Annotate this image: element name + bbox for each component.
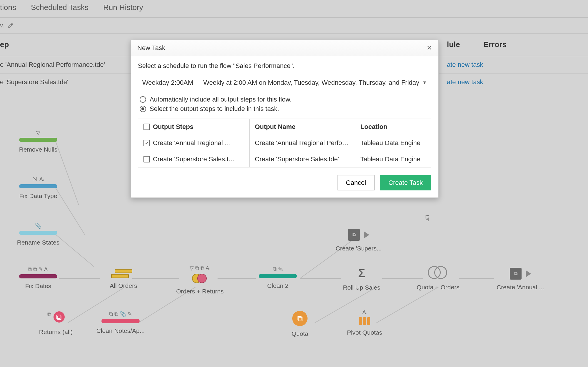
- node-label: Orders + Returns: [176, 288, 224, 295]
- node-label: Quota + Orders: [417, 284, 459, 291]
- node-label: Rename States: [17, 239, 60, 246]
- node-rename-states[interactable]: 📎 Rename States: [12, 222, 65, 246]
- edit-icon[interactable]: [8, 23, 14, 29]
- modal-instruction: Select a schedule to run the flow "Sales…: [138, 62, 431, 70]
- col-errors: Errors: [460, 40, 519, 49]
- node-clean-notes[interactable]: ⧉ ⧉ 📎 ✎ Clean Notes/Ap...: [94, 311, 147, 334]
- modal-footer: Cancel Create Task: [131, 175, 438, 197]
- glyph-icon: ⧉ ✎: [273, 266, 283, 272]
- subheader: v.: [0, 18, 588, 34]
- glyph-icon: ⧉ ⧉ ✎ Aᵢ: [28, 266, 49, 273]
- node-remove-nulls[interactable]: ▽ Remove Nulls: [12, 129, 65, 153]
- output-steps-table: Output Steps Output Name Location Create…: [138, 119, 431, 167]
- node-create-annual[interactable]: ⧉ Create 'Annual ...: [494, 268, 547, 291]
- col-output-steps: Output Steps: [153, 123, 193, 131]
- node-label: All Orders: [110, 282, 137, 289]
- node-bar: [259, 274, 297, 278]
- sigma-icon: Σ: [358, 267, 365, 280]
- node-returns-all[interactable]: ⧉ ⧉ Returns (all): [29, 311, 82, 336]
- node-bar: [19, 231, 57, 235]
- cancel-button[interactable]: Cancel: [338, 175, 375, 190]
- node-bar: [19, 274, 57, 278]
- row-location: Tableau Data Engine: [355, 135, 431, 151]
- glyph-icon: ⧉ ⧉ 📎 ✎: [109, 311, 132, 317]
- node-label: Quota: [291, 330, 308, 337]
- row-checkbox[interactable]: [143, 156, 150, 162]
- node-clean2[interactable]: ⧉ ✎ Clean 2: [251, 266, 304, 289]
- row-location: Tableau Data Engine: [355, 151, 431, 167]
- resize-icon: ⇲: [33, 176, 37, 182]
- node-pivot-quotas[interactable]: Aᵢ Pivot Quotas: [338, 309, 391, 336]
- modal-header: New Task ✕: [131, 40, 438, 56]
- radio-include-all[interactable]: Automatically include all output steps f…: [140, 96, 431, 103]
- node-label: Create 'Supers...: [336, 245, 382, 252]
- node-orders-returns[interactable]: ▽ ⧉ ⧉ Aᵢ Orders + Returns: [173, 265, 226, 295]
- output-icon: ⧉: [348, 229, 360, 241]
- node-label: Create 'Annual ...: [497, 284, 544, 291]
- node-label: Remove Nulls: [19, 146, 58, 153]
- node-all-orders[interactable]: All Orders: [97, 269, 150, 289]
- node-bar: [19, 184, 57, 188]
- node-create-supers[interactable]: ⧉ Create 'Supers...: [332, 229, 385, 252]
- node-quota-orders[interactable]: Quota + Orders: [412, 266, 465, 291]
- table-row: Create 'Annual Regional Perf… Create 'An…: [138, 135, 431, 151]
- col-location: Location: [355, 119, 431, 135]
- node-roll-up-sales[interactable]: Σ Roll Up Sales: [335, 267, 388, 291]
- node-label: Returns (all): [39, 328, 73, 336]
- create-task-button[interactable]: Create Task: [380, 175, 431, 190]
- col-output-name: Output Name: [249, 119, 355, 135]
- venn-icon: [428, 266, 448, 280]
- chevron-down-icon: ▼: [422, 80, 427, 85]
- node-label: Clean 2: [267, 282, 288, 289]
- col-step: ep: [0, 40, 126, 49]
- modal-body: Select a schedule to run the flow "Sales…: [131, 56, 438, 175]
- radio-icon: [140, 96, 146, 103]
- row-step: Create 'Superstore Sales.tde': [153, 155, 235, 163]
- row-checkbox[interactable]: [143, 140, 150, 146]
- node-fix-data-type[interactable]: ⇲Aᵢ Fix Data Type: [12, 176, 65, 200]
- glyph-icon: ⧉: [47, 311, 51, 323]
- tab-scheduled-tasks[interactable]: Scheduled Tasks: [31, 3, 88, 12]
- node-quota[interactable]: ⧉ Quota: [273, 311, 326, 337]
- attachment-icon: 📎: [35, 222, 41, 229]
- new-task-modal: New Task ✕ Select a schedule to run the …: [131, 40, 439, 198]
- node-bar: [19, 138, 57, 142]
- tab-run-history[interactable]: Run History: [103, 3, 143, 12]
- row-step: e 'Superstore Sales.tde': [0, 78, 126, 86]
- row-name: Create 'Annual Regional Perfo…: [255, 139, 349, 147]
- top-tabs: tions Scheduled Tasks Run History: [0, 0, 588, 18]
- radio-label: Select the output steps to include in th…: [150, 105, 279, 113]
- modal-title: New Task: [137, 44, 165, 52]
- radio-icon: [140, 106, 146, 112]
- row-step: Create 'Annual Regional Perf…: [153, 139, 235, 147]
- type-icon: Aᵢ: [362, 309, 367, 315]
- radio-select-steps[interactable]: Select the output steps to include in th…: [140, 105, 431, 113]
- glyph-icon: ▽ ⧉ ⧉ Aᵢ: [190, 265, 210, 271]
- output-icon: ⧉: [510, 268, 522, 280]
- cursor-icon: ☟: [425, 214, 430, 223]
- node-fix-dates[interactable]: ⧉ ⧉ ✎ Aᵢ Fix Dates: [12, 266, 65, 290]
- play-icon[interactable]: [364, 231, 369, 238]
- tab-connections[interactable]: tions: [0, 3, 16, 12]
- row-name: Create 'Superstore Sales.tde': [255, 155, 339, 163]
- subheader-text: v.: [0, 22, 4, 29]
- node-bar: [101, 319, 140, 323]
- node-label: Fix Data Type: [19, 192, 57, 200]
- node-label: Clean Notes/Ap...: [96, 327, 145, 334]
- node-label: Fix Dates: [25, 283, 51, 290]
- output-mode-radios: Automatically include all output steps f…: [140, 96, 431, 113]
- play-icon[interactable]: [526, 270, 531, 277]
- copy-icon: ⧉: [54, 311, 65, 323]
- quota-icon: ⧉: [292, 311, 308, 326]
- radio-label: Automatically include all output steps f…: [150, 96, 292, 103]
- select-all-checkbox[interactable]: [143, 124, 150, 130]
- close-icon[interactable]: ✕: [427, 44, 432, 52]
- node-label: Pivot Quotas: [347, 329, 382, 336]
- row-step: e 'Annual Regional Performance.tde': [0, 61, 126, 69]
- type-icon: Aᵢ: [39, 176, 44, 182]
- schedule-select[interactable]: Weekday 2:00AM — Weekly at 2:00 AM on Mo…: [138, 75, 431, 90]
- node-label: Roll Up Sales: [343, 284, 380, 291]
- filter-icon: ▽: [36, 129, 40, 136]
- schedule-value: Weekday 2:00AM — Weekly at 2:00 AM on Mo…: [142, 79, 419, 87]
- table-row: Create 'Superstore Sales.tde' Create 'Su…: [138, 151, 431, 167]
